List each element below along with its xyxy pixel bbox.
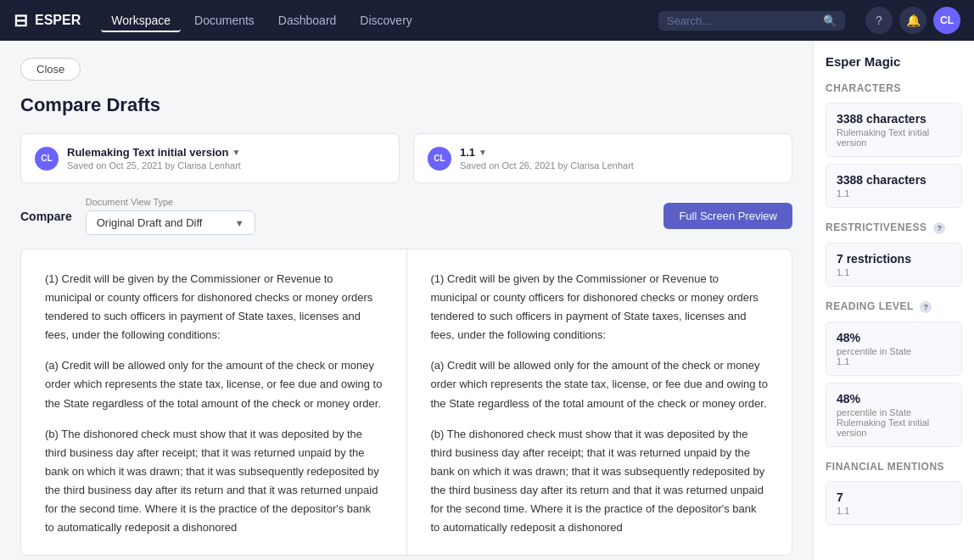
stat-card-financial-0: 7 1.1	[826, 481, 962, 525]
version-info-right: 1.1 ▼ Saved on Oct 26, 2021 by Clarisa L…	[460, 146, 778, 171]
help-button[interactable]: ?	[865, 7, 893, 34]
nav-dashboard[interactable]: Dashboard	[268, 8, 347, 32]
notifications-button[interactable]: 🔔	[899, 7, 926, 34]
reading-level-help-icon[interactable]: ?	[920, 301, 932, 313]
version-info-left: Rulemaking Text initial version ▼ Saved …	[67, 146, 385, 171]
close-button[interactable]: Close	[20, 58, 81, 81]
stat-card-chars-1: 3388 characters 1.1	[826, 164, 962, 208]
versions-row: CL Rulemaking Text initial version ▼ Sav…	[20, 133, 792, 183]
version-name-left[interactable]: Rulemaking Text initial version ▼	[67, 146, 385, 159]
stat-card-reading-0: 48% percentile in State 1.1	[826, 322, 962, 376]
search-icon: 🔍	[823, 14, 837, 27]
stat-value-chars-0: 3388 characters	[837, 112, 951, 126]
content-area: Close Compare Drafts CL Rulemaking Text …	[0, 41, 813, 560]
left-para-2: (b) The dishonored check must show that …	[45, 425, 383, 538]
right-para-0: (1) Credit will be given by the Commissi…	[431, 270, 769, 344]
doc-view-type-label: Document View Type	[86, 197, 255, 207]
nav-documents[interactable]: Documents	[184, 8, 265, 32]
nav-links: Workspace Documents Dashboard Discovery	[101, 8, 638, 32]
stat-label-restrict-0: 1.1	[837, 267, 951, 277]
sidebar-section-characters: Characters	[826, 82, 962, 94]
restrictiveness-help-icon[interactable]: ?	[933, 222, 945, 234]
search-input[interactable]	[667, 14, 818, 27]
doc-view-type: Document View Type Original Draft and Di…	[86, 197, 255, 235]
sidebar-section-reading: Reading Level ?	[826, 300, 962, 313]
left-para-1: (a) Credit will be allowed only for the …	[45, 356, 383, 412]
stat-value-chars-1: 3388 characters	[837, 173, 951, 187]
doc-view-select[interactable]: Original Draft and Diff ▼	[86, 210, 255, 235]
version-avatar-right: CL	[428, 147, 451, 171]
version-chevron-right: ▼	[479, 148, 487, 157]
version-name-right[interactable]: 1.1 ▼	[460, 146, 778, 159]
stat-value-reading-0: 48%	[837, 331, 951, 344]
stat-label-reading-1: percentile in State Rulemaking Text init…	[837, 407, 951, 438]
left-doc-panel[interactable]: (1) Credit will be given by the Commissi…	[21, 249, 406, 555]
version-chevron-left: ▼	[232, 148, 240, 157]
right-doc-panel[interactable]: (1) Credit will be given by the Commissi…	[406, 249, 792, 555]
stat-value-restrict-0: 7 restrictions	[837, 252, 951, 266]
version-card-right: CL 1.1 ▼ Saved on Oct 26, 2021 by Claris…	[413, 133, 792, 183]
version-avatar-left: CL	[35, 147, 59, 171]
logo: ⊟ ESPER	[14, 10, 81, 31]
version-meta-left: Saved on Oct 25, 2021 by Clarisa Lenhart	[67, 160, 385, 171]
right-para-2: (b) The dishonored check must show that …	[431, 425, 769, 538]
stat-card-restrict-0: 7 restrictions 1.1	[826, 243, 962, 287]
document-panels: (1) Credit will be given by the Commissi…	[20, 249, 792, 556]
sidebar: Esper Magic Characters 3388 characters R…	[813, 41, 974, 560]
nav-workspace[interactable]: Workspace	[101, 8, 181, 32]
left-para-0: (1) Credit will be given by the Commissi…	[45, 270, 383, 344]
stat-label-chars-1: 1.1	[837, 188, 951, 199]
nav-discovery[interactable]: Discovery	[350, 8, 422, 32]
sidebar-title: Esper Magic	[826, 54, 962, 69]
version-card-left: CL Rulemaking Text initial version ▼ Sav…	[20, 133, 400, 183]
logo-text: ESPER	[35, 13, 81, 28]
search-bar[interactable]: 🔍	[658, 11, 845, 31]
stat-value-financial-0: 7	[837, 490, 951, 504]
main-container: Close Compare Drafts CL Rulemaking Text …	[0, 41, 974, 560]
stat-label-reading-0: percentile in State 1.1	[837, 346, 951, 367]
esper-logo-icon: ⊟	[14, 10, 28, 31]
select-chevron-icon: ▼	[235, 218, 244, 228]
compare-label: Compare	[20, 210, 72, 223]
version-meta-right: Saved on Oct 26, 2021 by Clarisa Lenhart	[460, 160, 778, 171]
stat-card-chars-0: 3388 characters Rulemaking Text initial …	[826, 103, 962, 157]
stat-card-reading-1: 48% percentile in State Rulemaking Text …	[826, 383, 962, 447]
sidebar-section-financial: Financial Mentions	[826, 461, 962, 473]
right-para-1: (a) Credit will be allowed only for the …	[431, 356, 769, 412]
stat-value-reading-1: 48%	[837, 392, 951, 406]
stat-label-financial-0: 1.1	[837, 506, 951, 516]
user-avatar[interactable]: CL	[933, 7, 960, 34]
top-navigation: ⊟ ESPER Workspace Documents Dashboard Di…	[0, 0, 974, 41]
compare-controls: Compare Document View Type Original Draf…	[20, 197, 792, 235]
stat-label-chars-0: Rulemaking Text initial version	[837, 127, 951, 148]
full-screen-preview-button[interactable]: Full Screen Preview	[663, 203, 792, 229]
sidebar-section-restrictiveness: Restrictiveness ?	[826, 221, 962, 234]
page-title: Compare Drafts	[20, 94, 792, 116]
nav-icons: ? 🔔 CL	[865, 7, 960, 34]
